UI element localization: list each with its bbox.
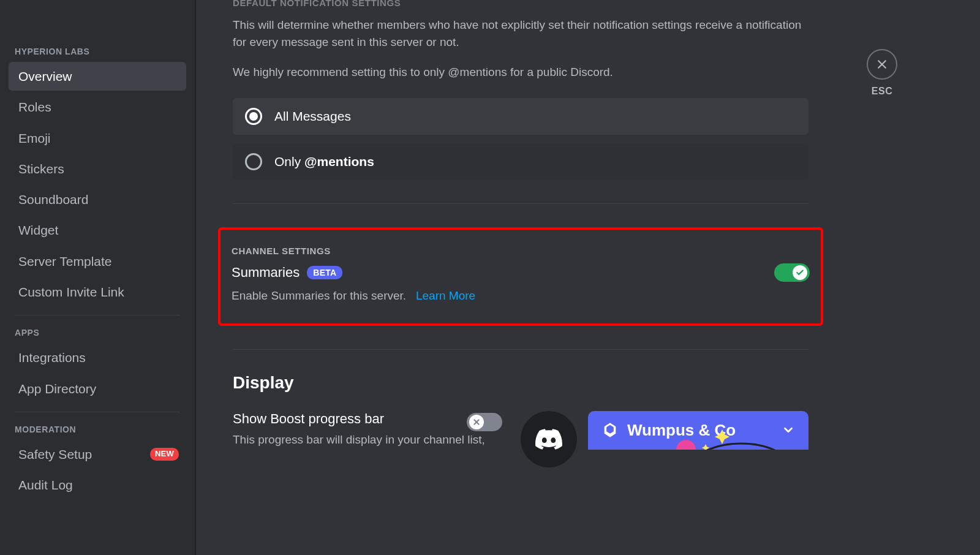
sidebar-item-overview[interactable]: Overview xyxy=(9,62,186,91)
learn-more-link[interactable]: Learn More xyxy=(416,289,475,302)
app-root: HYPERION LABS Overview Roles Emoji Stick… xyxy=(0,0,980,555)
section-divider xyxy=(233,203,809,204)
sidebar-item-label: Overview xyxy=(18,68,72,85)
notification-heading: DEFAULT NOTIFICATION SETTINGS xyxy=(233,0,809,8)
boost-gem-icon xyxy=(601,421,619,439)
server-preview-name: Wumpus & Co xyxy=(627,421,736,440)
channel-settings-row: Summaries BETA xyxy=(232,263,810,282)
sidebar-divider xyxy=(15,315,180,315)
svg-point-3 xyxy=(676,440,696,450)
toggle-knob-icon xyxy=(469,415,484,429)
sidebar-item-soundboard[interactable]: Soundboard xyxy=(9,185,186,214)
sidebar-group-moderation: MODERATION xyxy=(5,421,190,438)
sidebar-item-integrations[interactable]: Integrations xyxy=(9,343,186,372)
radio-label: All Messages xyxy=(274,109,351,124)
channel-settings-highlight: CHANNEL SETTINGS Summaries BETA Enable S… xyxy=(218,227,823,326)
notification-desc-1: This will determine whether members who … xyxy=(233,17,809,50)
sidebar-item-custom-invite-link[interactable]: Custom Invite Link xyxy=(9,278,186,306)
radio-all-messages[interactable]: All Messages xyxy=(233,98,809,135)
channel-settings-heading: CHANNEL SETTINGS xyxy=(232,246,810,256)
sidebar-item-label: Integrations xyxy=(18,349,86,366)
sidebar-item-label: Soundboard xyxy=(18,191,88,208)
boost-bar-desc: This progress bar will display in your c… xyxy=(233,433,502,447)
summaries-desc: Enable Summaries for this server. Learn … xyxy=(232,289,810,303)
sidebar-item-label: Roles xyxy=(18,99,51,115)
radio-indicator-icon xyxy=(245,108,262,125)
display-heading: Display xyxy=(233,373,809,393)
sidebar-item-label: Server Template xyxy=(18,253,112,270)
sidebar-item-roles[interactable]: Roles xyxy=(9,92,186,121)
close-button[interactable] xyxy=(867,49,897,80)
sidebar-item-safety-setup[interactable]: Safety Setup NEW xyxy=(9,440,186,469)
sidebar-group-apps: APPS xyxy=(5,324,190,341)
svg-point-2 xyxy=(692,444,784,450)
sidebar-item-server-template[interactable]: Server Template xyxy=(9,247,186,276)
summaries-title: Summaries xyxy=(232,265,300,281)
beta-badge: BETA xyxy=(307,266,342,279)
toggle-knob-icon xyxy=(793,265,807,280)
boost-bar-row: Show Boost progress bar This progress ba… xyxy=(233,411,809,467)
sidebar-divider xyxy=(15,412,180,412)
sidebar-item-label: Custom Invite Link xyxy=(18,284,124,300)
server-icon-preview xyxy=(521,411,577,467)
radio-indicator-icon xyxy=(245,153,262,170)
boost-bar-title: Show Boost progress bar xyxy=(233,411,384,427)
summaries-toggle[interactable] xyxy=(774,263,810,282)
sidebar-item-label: Stickers xyxy=(18,160,64,177)
sidebar-item-label: Emoji xyxy=(18,130,51,146)
notification-radio-group: All Messages Only @mentions xyxy=(233,98,809,180)
content-wrap: DEFAULT NOTIFICATION SETTINGS This will … xyxy=(196,0,980,555)
sidebar-item-audit-log[interactable]: Audit Log xyxy=(9,470,186,499)
sidebar-item-emoji[interactable]: Emoji xyxy=(9,124,186,153)
sidebar-item-label: Widget xyxy=(18,222,58,238)
sidebar-item-app-directory[interactable]: App Directory xyxy=(9,374,186,403)
close-icon xyxy=(876,58,888,70)
server-preview-card[interactable]: Wumpus & Co xyxy=(588,411,809,450)
boost-bar-toggle[interactable] xyxy=(467,413,502,431)
radio-label: Only @mentions xyxy=(274,154,374,169)
chevron-down-icon xyxy=(782,423,795,437)
discord-logo-icon xyxy=(535,429,562,450)
close-label: ESC xyxy=(872,86,892,97)
sidebar-item-label: Audit Log xyxy=(18,477,73,493)
sidebar-item-stickers[interactable]: Stickers xyxy=(9,154,186,183)
settings-content: DEFAULT NOTIFICATION SETTINGS This will … xyxy=(196,0,845,555)
sidebar-item-label: App Directory xyxy=(18,380,96,397)
settings-sidebar: HYPERION LABS Overview Roles Emoji Stick… xyxy=(0,0,195,555)
sidebar-server-name: HYPERION LABS xyxy=(5,43,190,60)
display-preview: Wumpus & Co xyxy=(521,411,809,467)
sidebar-item-label: Safety Setup xyxy=(18,446,92,462)
notification-desc-2: We highly recommend setting this to only… xyxy=(233,64,809,81)
section-divider xyxy=(233,349,809,350)
radio-only-mentions[interactable]: Only @mentions xyxy=(233,143,809,180)
sidebar-item-widget[interactable]: Widget xyxy=(9,216,186,244)
close-column: ESC xyxy=(845,0,919,555)
new-badge: NEW xyxy=(150,448,179,461)
